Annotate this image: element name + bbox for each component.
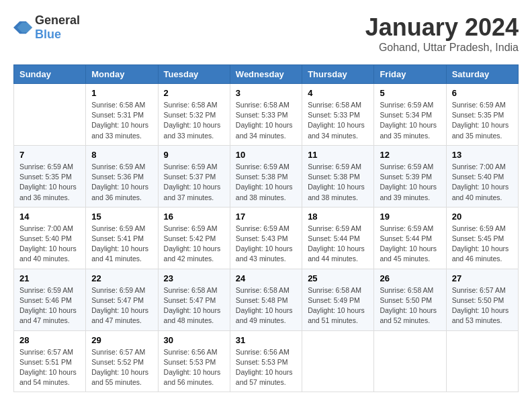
day-number: 5 [380,88,440,98]
calendar-cell-w2-d6: 12 Sunrise: 6:59 AMSunset: 5:39 PMDaylig… [374,145,446,207]
day-detail: Sunrise: 6:59 AMSunset: 5:38 PMDaylight:… [236,162,296,203]
weekday-header-tuesday: Tuesday [158,65,230,84]
calendar-cell-w1-d5: 4 Sunrise: 6:58 AMSunset: 5:33 PMDayligh… [302,84,374,146]
calendar-cell-w5-d2: 29 Sunrise: 6:57 AMSunset: 5:52 PMDaylig… [86,330,158,392]
weekday-header-monday: Monday [86,65,158,84]
calendar-cell-w5-d4: 31 Sunrise: 6:56 AMSunset: 5:53 PMDaylig… [230,330,302,392]
calendar-cell-w5-d5 [302,330,374,392]
day-number: 12 [380,150,440,160]
calendar-cell-w1-d2: 1 Sunrise: 6:58 AMSunset: 5:31 PMDayligh… [86,84,158,146]
day-detail: Sunrise: 6:59 AMSunset: 5:34 PMDaylight:… [380,100,440,141]
logo-blue-text: Blue [35,28,61,41]
logo-icon [13,18,32,37]
day-detail: Sunrise: 6:57 AMSunset: 5:50 PMDaylight:… [452,285,513,326]
calendar-cell-w1-d4: 3 Sunrise: 6:58 AMSunset: 5:33 PMDayligh… [230,84,302,146]
day-number: 25 [308,273,368,283]
day-number: 3 [236,88,296,98]
title-area: January 2024 Gohand, Uttar Pradesh, Indi… [365,13,519,54]
day-detail: Sunrise: 6:58 AMSunset: 5:47 PMDaylight:… [164,285,224,326]
day-number: 31 [236,335,296,345]
day-number: 24 [236,273,296,283]
day-detail: Sunrise: 6:59 AMSunset: 5:44 PMDaylight:… [308,224,368,265]
calendar-cell-w4-d6: 26 Sunrise: 6:58 AMSunset: 5:50 PMDaylig… [374,269,446,330]
day-detail: Sunrise: 6:58 AMSunset: 5:33 PMDaylight:… [236,100,296,141]
calendar-cell-w3-d6: 19 Sunrise: 6:59 AMSunset: 5:44 PMDaylig… [374,207,446,269]
calendar-cell-w1-d1 [14,84,86,146]
day-detail: Sunrise: 6:59 AMSunset: 5:42 PMDaylight:… [164,224,224,265]
day-detail: Sunrise: 6:59 AMSunset: 5:41 PMDaylight:… [91,224,152,265]
calendar-cell-w1-d3: 2 Sunrise: 6:58 AMSunset: 5:32 PMDayligh… [158,84,230,146]
header: General Blue January 2024 Gohand, Uttar … [13,13,519,54]
calendar-cell-w5-d1: 28 Sunrise: 6:57 AMSunset: 5:51 PMDaylig… [14,330,86,392]
day-number: 13 [452,150,513,160]
weekday-header-wednesday: Wednesday [230,65,302,84]
day-detail: Sunrise: 6:59 AMSunset: 5:44 PMDaylight:… [380,224,440,265]
day-number: 15 [91,212,152,222]
day-detail: Sunrise: 7:00 AMSunset: 5:40 PMDaylight:… [19,224,80,265]
calendar-cell-w5-d6 [374,330,446,392]
day-detail: Sunrise: 6:58 AMSunset: 5:48 PMDaylight:… [236,285,296,326]
day-number: 7 [19,150,80,160]
calendar-cell-w5-d3: 30 Sunrise: 6:56 AMSunset: 5:53 PMDaylig… [158,330,230,392]
day-number: 10 [236,150,296,160]
day-number: 19 [380,212,440,222]
day-number: 22 [91,273,152,283]
day-number: 28 [19,335,80,345]
week-row-3: 14 Sunrise: 7:00 AMSunset: 5:40 PMDaylig… [14,207,519,269]
calendar-cell-w3-d7: 20 Sunrise: 6:59 AMSunset: 5:45 PMDaylig… [446,207,518,269]
day-number: 30 [164,335,224,345]
day-detail: Sunrise: 6:59 AMSunset: 5:35 PMDaylight:… [452,100,513,141]
day-number: 23 [164,273,224,283]
calendar-cell-w2-d3: 9 Sunrise: 6:59 AMSunset: 5:37 PMDayligh… [158,145,230,207]
calendar-cell-w4-d3: 23 Sunrise: 6:58 AMSunset: 5:47 PMDaylig… [158,269,230,330]
day-detail: Sunrise: 6:57 AMSunset: 5:51 PMDaylight:… [19,347,80,388]
month-title: January 2024 [365,13,519,42]
day-detail: Sunrise: 6:58 AMSunset: 5:31 PMDaylight:… [91,100,152,141]
logo: General Blue [13,13,80,42]
calendar-table: SundayMondayTuesdayWednesdayThursdayFrid… [13,64,519,392]
week-row-1: 1 Sunrise: 6:58 AMSunset: 5:31 PMDayligh… [14,84,519,146]
calendar-cell-w3-d3: 16 Sunrise: 6:59 AMSunset: 5:42 PMDaylig… [158,207,230,269]
day-number: 8 [91,150,152,160]
weekday-header-friday: Friday [374,65,446,84]
calendar-cell-w4-d1: 21 Sunrise: 6:59 AMSunset: 5:46 PMDaylig… [14,269,86,330]
day-number: 11 [308,150,368,160]
day-number: 1 [91,88,152,98]
day-number: 4 [308,88,368,98]
calendar-cell-w4-d5: 25 Sunrise: 6:58 AMSunset: 5:49 PMDaylig… [302,269,374,330]
day-detail: Sunrise: 7:00 AMSunset: 5:40 PMDaylight:… [452,162,513,203]
day-number: 6 [452,88,513,98]
calendar-cell-w4-d7: 27 Sunrise: 6:57 AMSunset: 5:50 PMDaylig… [446,269,518,330]
day-number: 18 [308,212,368,222]
day-detail: Sunrise: 6:59 AMSunset: 5:35 PMDaylight:… [19,162,80,203]
day-number: 14 [19,212,80,222]
calendar-cell-w1-d6: 5 Sunrise: 6:59 AMSunset: 5:34 PMDayligh… [374,84,446,146]
day-detail: Sunrise: 6:59 AMSunset: 5:39 PMDaylight:… [380,162,440,203]
weekday-header-row: SundayMondayTuesdayWednesdayThursdayFrid… [14,65,519,84]
calendar-cell-w2-d4: 10 Sunrise: 6:59 AMSunset: 5:38 PMDaylig… [230,145,302,207]
calendar-cell-w2-d2: 8 Sunrise: 6:59 AMSunset: 5:36 PMDayligh… [86,145,158,207]
day-detail: Sunrise: 6:59 AMSunset: 5:46 PMDaylight:… [19,285,80,326]
day-number: 20 [452,212,513,222]
day-detail: Sunrise: 6:58 AMSunset: 5:32 PMDaylight:… [164,100,224,141]
day-number: 17 [236,212,296,222]
day-number: 16 [164,212,224,222]
calendar-cell-w3-d2: 15 Sunrise: 6:59 AMSunset: 5:41 PMDaylig… [86,207,158,269]
calendar-cell-w4-d2: 22 Sunrise: 6:59 AMSunset: 5:47 PMDaylig… [86,269,158,330]
day-detail: Sunrise: 6:58 AMSunset: 5:49 PMDaylight:… [308,285,368,326]
calendar-cell-w3-d1: 14 Sunrise: 7:00 AMSunset: 5:40 PMDaylig… [14,207,86,269]
day-detail: Sunrise: 6:56 AMSunset: 5:53 PMDaylight:… [236,347,296,388]
day-detail: Sunrise: 6:59 AMSunset: 5:45 PMDaylight:… [452,224,513,265]
calendar-cell-w2-d5: 11 Sunrise: 6:59 AMSunset: 5:38 PMDaylig… [302,145,374,207]
week-row-2: 7 Sunrise: 6:59 AMSunset: 5:35 PMDayligh… [14,145,519,207]
weekday-header-sunday: Sunday [14,65,86,84]
day-detail: Sunrise: 6:57 AMSunset: 5:52 PMDaylight:… [91,347,152,388]
location-title: Gohand, Uttar Pradesh, India [365,42,519,54]
day-number: 27 [452,273,513,283]
day-number: 9 [164,150,224,160]
day-number: 2 [164,88,224,98]
day-detail: Sunrise: 6:59 AMSunset: 5:43 PMDaylight:… [236,224,296,265]
logo-general-text: General [35,13,80,27]
weekday-header-saturday: Saturday [446,65,518,84]
calendar-cell-w1-d7: 6 Sunrise: 6:59 AMSunset: 5:35 PMDayligh… [446,84,518,146]
